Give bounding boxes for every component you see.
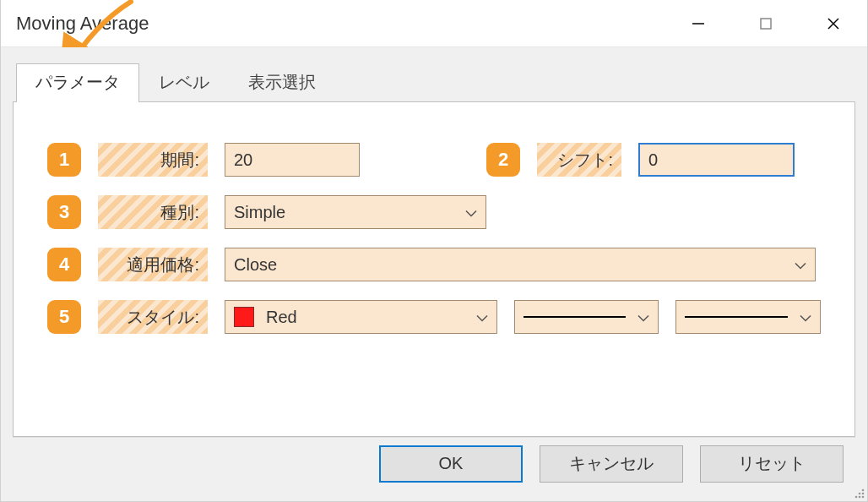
label-apply: 適用価格: [98, 248, 208, 281]
shift-input[interactable]: 0 [638, 143, 795, 177]
period-input[interactable]: 20 [225, 143, 360, 177]
maximize-button[interactable] [732, 0, 800, 46]
close-button[interactable] [800, 0, 867, 46]
chevron-down-icon [465, 203, 477, 222]
window-title: Moving Average [1, 13, 149, 35]
tab-display[interactable]: 表示選択 [229, 63, 335, 102]
annotation-badge-3: 3 [47, 195, 81, 229]
window-controls [665, 0, 867, 46]
minimize-icon [691, 16, 706, 31]
cancel-button[interactable]: キャンセル [540, 445, 683, 483]
close-icon [826, 16, 841, 31]
label-shift: シフト: [537, 143, 621, 177]
chevron-down-icon [800, 308, 811, 327]
dialog-window: Moving Average パラメータ レベル 表示選択 1 [0, 0, 868, 502]
tab-levels[interactable]: レベル [139, 63, 229, 102]
tab-panel: 1 期間: 20 2 シフト: 0 3 種別: Simple [13, 101, 855, 437]
method-select-value: Simple [234, 203, 285, 222]
apply-select-value: Close [234, 255, 277, 275]
svg-point-5 [859, 496, 861, 499]
line-width-preview [685, 316, 788, 318]
titlebar: Moving Average [1, 0, 867, 47]
chevron-down-icon [637, 308, 649, 327]
label-style: スタイル: [98, 300, 208, 334]
svg-point-8 [859, 493, 861, 495]
resize-grip-icon[interactable] [850, 484, 865, 499]
svg-point-6 [862, 493, 865, 495]
color-swatch [234, 307, 254, 327]
svg-rect-1 [761, 19, 771, 29]
svg-point-9 [862, 489, 865, 492]
style-linewidth-select[interactable] [675, 300, 821, 334]
svg-point-7 [855, 496, 858, 499]
method-select[interactable]: Simple [225, 195, 486, 229]
tab-bar: パラメータ レベル 表示選択 [13, 63, 855, 101]
annotation-badge-4: 4 [47, 248, 81, 281]
client-area: パラメータ レベル 表示選択 1 期間: 20 2 シフト: 0 3 [1, 47, 867, 501]
chevron-down-icon [476, 308, 488, 327]
reset-button[interactable]: リセット [700, 445, 844, 483]
label-period: 期間: [98, 143, 208, 177]
style-color-select[interactable]: Red [225, 300, 497, 334]
minimize-button[interactable] [665, 0, 732, 46]
annotation-badge-5: 5 [47, 300, 81, 334]
line-style-preview [524, 316, 627, 318]
tab-parameters[interactable]: パラメータ [16, 63, 139, 102]
apply-select[interactable]: Close [225, 248, 816, 281]
maximize-icon [759, 17, 773, 30]
style-linestyle-select[interactable] [514, 300, 659, 334]
button-bar: OK キャンセル リセット [13, 437, 855, 489]
ok-button[interactable]: OK [379, 445, 523, 483]
annotation-badge-2: 2 [486, 143, 520, 177]
style-color-value: Red [266, 308, 297, 327]
label-method: 種別: [98, 195, 208, 229]
svg-point-4 [862, 496, 865, 499]
annotation-badge-1: 1 [47, 143, 81, 177]
chevron-down-icon [795, 255, 806, 275]
